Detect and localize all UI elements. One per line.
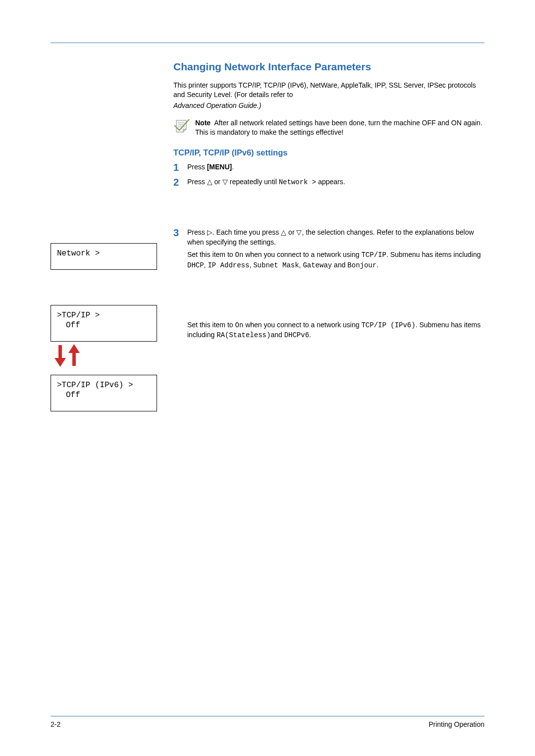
lcd-tcpip-ipv6: >TCP/IP (IPv6) > Off bbox=[51, 375, 157, 411]
subsection-title: TCP/IP, TCP/IP (IPv6) settings bbox=[173, 148, 484, 157]
code: TCP/IP bbox=[361, 251, 386, 259]
text: or bbox=[286, 228, 296, 236]
lcd-network: Network > bbox=[51, 243, 157, 270]
svg-marker-3 bbox=[68, 344, 80, 353]
note-icon bbox=[173, 118, 190, 133]
text: Press bbox=[187, 178, 207, 186]
down-triangle-icon: ▽ bbox=[222, 178, 228, 186]
svg-marker-5 bbox=[183, 129, 186, 132]
step-2: 2 Press △ or ▽ repeatedly until Network … bbox=[173, 177, 484, 188]
up-triangle-icon: △ bbox=[207, 178, 213, 186]
lcd-line: Off bbox=[57, 320, 151, 330]
text: . Submenu has items including bbox=[386, 251, 481, 258]
code: On bbox=[235, 251, 243, 259]
lcd-line: Network > bbox=[57, 249, 151, 258]
text: . bbox=[232, 163, 234, 171]
text: appears. bbox=[318, 178, 345, 186]
code: Gateway bbox=[303, 261, 332, 269]
text: . bbox=[309, 331, 311, 339]
step-1: 1 Press [MENU]. bbox=[173, 162, 484, 172]
note-body: After all network related settings have … bbox=[195, 119, 482, 136]
step-number: 1 bbox=[173, 162, 182, 172]
text: when you connect to a network using bbox=[243, 251, 361, 258]
down-triangle-icon: ▽ bbox=[296, 228, 302, 236]
footer-rule bbox=[51, 716, 484, 716]
top-rule bbox=[51, 43, 484, 43]
step-body: Press △ or ▽ repeatedly until Network > … bbox=[187, 177, 345, 188]
toggle-arrows-icon bbox=[54, 343, 82, 370]
code: Subnet Mask bbox=[253, 261, 299, 269]
footer: 2-2 Printing Operation bbox=[51, 716, 484, 728]
step-number: 2 bbox=[173, 177, 182, 188]
intro-text: This printer supports TCP/IP, TCP/IP (IP… bbox=[173, 81, 484, 100]
page-number: 2-2 bbox=[51, 720, 60, 728]
text: Press bbox=[187, 228, 207, 236]
intro-italic: Advanced Operation Guide.) bbox=[173, 101, 484, 109]
code: Network > bbox=[279, 178, 317, 186]
code: DHCPv6 bbox=[284, 331, 309, 339]
step-3: 3 Press ▷. Each time you press △ or ▽, t… bbox=[173, 228, 484, 341]
up-triangle-icon: △ bbox=[281, 228, 286, 236]
lcd-tcpip: >TCP/IP > Off bbox=[51, 305, 157, 342]
section-title: Changing Network Interface Parameters bbox=[173, 61, 484, 73]
right-triangle-icon: ▷ bbox=[207, 228, 213, 236]
note-label: Note bbox=[195, 119, 211, 127]
step-body: Press ▷. Each time you press △ or ▽, the… bbox=[187, 228, 484, 341]
code: Bonjour bbox=[347, 261, 376, 269]
note-block: Note After all network related settings … bbox=[173, 118, 484, 137]
code: IP Address bbox=[208, 261, 249, 269]
note-text: Note After all network related settings … bbox=[195, 118, 484, 137]
text: . Each time you press bbox=[213, 228, 281, 236]
text: Set this item to bbox=[187, 321, 235, 329]
text: Press bbox=[187, 163, 207, 171]
svg-rect-2 bbox=[72, 352, 76, 366]
svg-marker-1 bbox=[54, 358, 66, 367]
svg-rect-0 bbox=[58, 345, 62, 359]
lcd-line: >TCP/IP > bbox=[57, 310, 151, 320]
explain-tcpip-ipv6: Set this item to On when you connect to … bbox=[187, 320, 484, 341]
text: when you connect to a network using bbox=[243, 321, 361, 329]
step-number: 3 bbox=[173, 228, 182, 341]
text: . bbox=[376, 261, 378, 269]
code: RA(Stateless) bbox=[216, 331, 270, 339]
text: repeatedly until bbox=[228, 178, 279, 186]
code: On bbox=[235, 321, 243, 329]
code: TCP/IP (IPv6) bbox=[361, 321, 415, 329]
text: or bbox=[213, 178, 222, 186]
footer-section: Printing Operation bbox=[428, 720, 484, 728]
text: and bbox=[332, 261, 347, 269]
step-body: Press [MENU]. bbox=[187, 162, 234, 172]
lcd-line: >TCP/IP (IPv6) > bbox=[57, 380, 151, 390]
lcd-line: Off bbox=[57, 390, 151, 400]
code: DHCP bbox=[187, 261, 204, 269]
explain-tcpip: Set this item to On when you connect to … bbox=[187, 250, 484, 270]
text: Set this item to bbox=[187, 251, 235, 258]
menu-key: [MENU] bbox=[207, 163, 232, 171]
text: and bbox=[270, 331, 284, 339]
